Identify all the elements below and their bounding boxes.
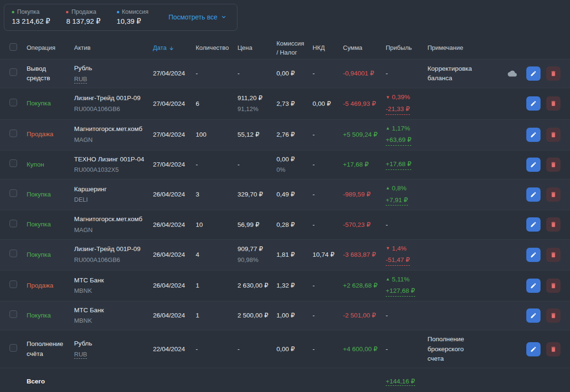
row-checkbox[interactable] xyxy=(10,250,17,257)
header-quantity[interactable]: Количество xyxy=(196,44,238,53)
header-fee-line1: Комиссия xyxy=(276,39,308,48)
date-cell: 26/04/2024 xyxy=(153,281,196,290)
profit-value[interactable]: +63,69 ₽ xyxy=(386,135,411,146)
trend-icon: ▼ xyxy=(386,95,390,100)
edit-button[interactable] xyxy=(526,158,541,172)
date-cell: 27/04/2024 xyxy=(153,130,196,140)
row-actions xyxy=(484,128,560,142)
row-checkbox[interactable] xyxy=(10,189,17,197)
nkd-cell: - xyxy=(313,190,343,199)
row-checkbox[interactable] xyxy=(10,130,17,137)
profit-value[interactable]: -51,47 ₽ xyxy=(386,255,410,266)
pencil-icon xyxy=(530,191,537,198)
row-actions xyxy=(484,187,560,202)
table-footer: Всего +144,16 ₽ xyxy=(0,368,570,392)
quantity-cell: 4 xyxy=(196,250,238,260)
edit-button[interactable] xyxy=(526,66,541,81)
row-checkbox[interactable] xyxy=(10,220,17,227)
edit-button[interactable] xyxy=(526,342,541,356)
edit-button[interactable] xyxy=(526,128,541,142)
nkd-cell: - xyxy=(313,69,343,78)
header-operation[interactable]: Операция xyxy=(27,44,74,53)
edit-button[interactable] xyxy=(526,308,541,323)
row-checkbox[interactable] xyxy=(10,344,17,352)
asset-ticker: MBNK xyxy=(74,287,92,294)
delete-button[interactable] xyxy=(546,217,560,232)
nkd-cell: - xyxy=(313,220,343,230)
header-date[interactable]: Дата xyxy=(153,44,196,53)
total-profit[interactable]: +144,16 ₽ xyxy=(386,378,415,386)
profit-value: - xyxy=(386,220,388,230)
delete-button[interactable] xyxy=(546,66,560,81)
price-value: 2 500,00 ₽ xyxy=(238,311,272,320)
sum-value: -3 683,87 ₽ xyxy=(343,251,376,258)
sum-value: -989,59 ₽ xyxy=(343,191,370,198)
edit-button[interactable] xyxy=(526,279,541,293)
delete-button[interactable] xyxy=(546,96,560,111)
pencil-icon xyxy=(530,161,537,168)
trend-icon: ▲ xyxy=(386,277,390,281)
table-row: Покупка Лизинг-Трейд 001Р-09 RU000A106GB… xyxy=(0,240,570,271)
profit-value[interactable]: +127,68 ₽ xyxy=(386,286,415,297)
chevron-down-icon xyxy=(221,14,227,20)
edit-button[interactable] xyxy=(526,187,541,202)
profit-value[interactable]: +17,68 ₽ xyxy=(386,159,411,170)
row-checkbox[interactable] xyxy=(10,159,17,167)
profit-percent: ▲ 1,17% xyxy=(386,124,423,133)
row-actions xyxy=(484,248,560,262)
fee-amount: 2,73 ₽ xyxy=(276,99,308,109)
delete-button[interactable] xyxy=(546,158,560,172)
date-cell: 26/04/2024 xyxy=(153,190,196,199)
summary-sell: Продажа 8 137,92 ₽ xyxy=(66,9,100,26)
row-checkbox[interactable] xyxy=(10,99,17,106)
view-all-link[interactable]: Посмотреть все xyxy=(169,13,227,21)
table-row: Покупка Лизинг-Трейд 001Р-09 RU000A106GB… xyxy=(0,88,570,119)
row-checkbox[interactable] xyxy=(10,310,17,318)
edit-button[interactable] xyxy=(526,96,541,111)
header-nkd[interactable]: НКД xyxy=(313,44,343,53)
delete-button[interactable] xyxy=(546,187,560,202)
asset-ticker: DELI xyxy=(74,196,88,203)
table-row: Продажа МТС Банк MBNK 26/04/2024 1 2 630… xyxy=(0,271,570,301)
sell-label: Продажа xyxy=(71,9,96,15)
delete-button[interactable] xyxy=(546,342,560,356)
price-percent: 91,12% xyxy=(238,105,272,114)
edit-button[interactable] xyxy=(526,217,541,232)
view-all-label: Посмотреть все xyxy=(169,13,218,21)
row-checkbox[interactable] xyxy=(10,280,17,288)
operations-table: Операция Актив Дата Количество Цена Коми… xyxy=(0,37,570,392)
quantity-cell: 1 xyxy=(196,281,238,290)
header-fee[interactable]: Комиссия / Налог xyxy=(276,39,313,57)
nkd-cell: - xyxy=(313,281,343,290)
nkd-cell: 10,74 ₽ xyxy=(313,250,343,260)
delete-button[interactable] xyxy=(546,308,560,323)
fee-amount: 0,00 ₽ xyxy=(276,155,308,164)
operation-label: Купон xyxy=(27,160,44,169)
edit-button[interactable] xyxy=(526,248,541,262)
asset-ticker: MBNK xyxy=(74,317,92,324)
row-actions xyxy=(484,158,560,172)
operation-label: Продажа xyxy=(27,281,53,290)
delete-button[interactable] xyxy=(546,279,560,293)
table-row: Пополнение счёта Рубль RUB 22/04/2024 - … xyxy=(0,330,570,368)
profit-percent: ▲ 0,8% xyxy=(386,184,423,193)
delete-button[interactable] xyxy=(546,248,560,262)
header-note[interactable]: Примечание xyxy=(428,44,484,53)
asset-ticker[interactable]: RUB xyxy=(74,351,87,359)
header-date-label: Дата xyxy=(153,44,167,53)
date-cell: 27/04/2024 xyxy=(153,160,196,169)
select-all-checkbox[interactable] xyxy=(10,43,17,51)
header-asset[interactable]: Актив xyxy=(74,44,153,53)
asset-ticker[interactable]: RUB xyxy=(74,75,87,84)
header-sum[interactable]: Сумма xyxy=(343,44,386,53)
fee-percent: 0% xyxy=(276,166,308,175)
profit-value[interactable]: +7,91 ₽ xyxy=(386,196,408,206)
sum-value: -5 469,93 ₽ xyxy=(343,100,376,107)
arrow-down-icon xyxy=(169,46,174,51)
delete-button[interactable] xyxy=(546,128,560,142)
profit-value[interactable]: -21,33 ₽ xyxy=(386,104,410,115)
header-price[interactable]: Цена xyxy=(238,44,276,53)
row-checkbox[interactable] xyxy=(10,68,17,76)
date-cell: 27/04/2024 xyxy=(153,99,196,109)
header-profit[interactable]: Прибыль xyxy=(386,44,428,53)
